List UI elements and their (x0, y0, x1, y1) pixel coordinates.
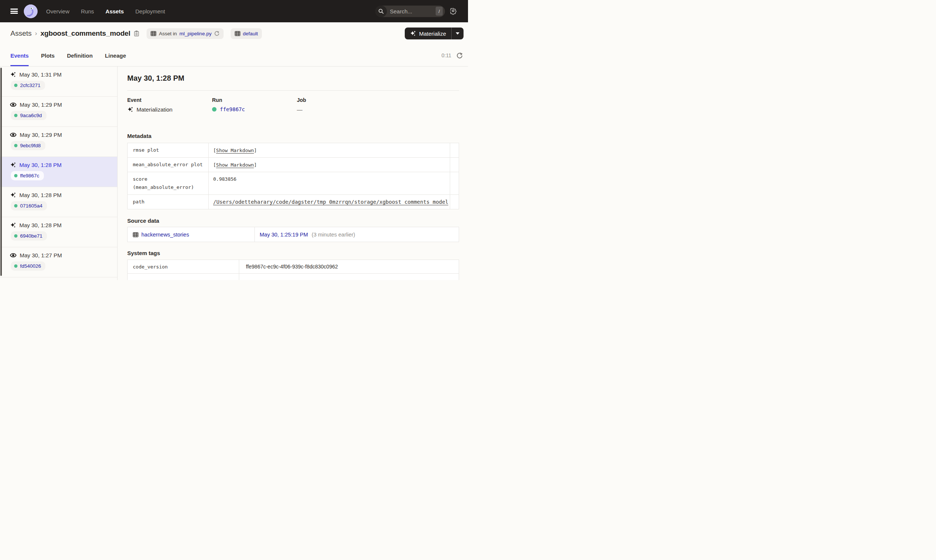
asset-location-chip: Asset in ml_pipeline.py (146, 28, 223, 39)
materialize-split-button: Materialize (405, 28, 463, 39)
observation-eye-icon (10, 132, 16, 138)
job-column-label: Job (297, 97, 459, 103)
event-detail-panel: May 30, 1:28 PM Event Materialization Ru… (117, 66, 468, 280)
event-date: May 30, 1:28 PM (19, 222, 62, 228)
run-badge: 6940be71 (11, 231, 47, 241)
chevron-down-icon (456, 32, 459, 35)
source-timestamp-link[interactable]: May 30, 1:25:19 PM (260, 232, 308, 238)
source-data-table: hackernews_stories May 30, 1:25:19 PM (3… (127, 227, 459, 242)
event-list-sidebar: May 30, 1:31 PM 2cfc3271 May 30, 1:29 PM… (0, 66, 117, 280)
source-timestamp-note: (3 minutes earlier) (312, 232, 355, 238)
metadata-table: rmse plot [Show Markdown] mean_absolute_… (127, 143, 459, 209)
search-icon (376, 6, 387, 17)
event-date: May 30, 1:29 PM (20, 132, 62, 138)
top-nav-bar: Overview Runs Assets Deployment Search..… (0, 0, 468, 22)
run-status-dot (14, 144, 17, 147)
run-id-link[interactable]: 9ebc9fd8 (20, 143, 41, 148)
sidebar-scrollbar[interactable] (0, 68, 2, 276)
observation-eye-icon (10, 102, 16, 108)
event-date: May 30, 1:27 PM (20, 252, 62, 258)
run-id-link[interactable]: 071605a4 (20, 203, 42, 209)
reload-code-location-icon[interactable] (214, 31, 220, 36)
dagster-logo[interactable] (24, 5, 38, 18)
table-icon (151, 31, 156, 36)
tab-lineage[interactable]: Lineage (105, 45, 126, 66)
table-row (128, 274, 459, 280)
tab-definition[interactable]: Definition (67, 45, 92, 66)
asset-header: Assets › xgboost_comments_model Asset in… (0, 22, 468, 45)
run-status-dot (14, 84, 17, 87)
tab-events[interactable]: Events (11, 45, 29, 66)
metadata-heading: Metadata (127, 133, 459, 139)
search-input[interactable]: Search... / (376, 6, 445, 17)
materialization-icon (127, 107, 133, 112)
table-row: rmse plot [Show Markdown] (128, 143, 459, 158)
run-id-link[interactable]: 6940be71 (20, 233, 42, 239)
run-id-link[interactable]: 9aca6c9d (20, 113, 42, 118)
event-detail-title: May 30, 1:28 PM (127, 74, 459, 83)
run-column-label: Run (212, 97, 297, 103)
run-badge: 2cfc3271 (11, 81, 45, 90)
metadata-key: mean_absolute_error plot (128, 158, 209, 172)
event-list-item-selected[interactable]: May 30, 1:28 PM ffe9867c (0, 157, 117, 187)
table-row: path /Users/odetteharary/code/dagster/tm… (128, 195, 459, 209)
asset-group-icon (235, 31, 240, 36)
metadata-key: rmse plot (128, 143, 209, 158)
event-list-item[interactable]: May 30, 1:28 PM 071605a4 (0, 187, 117, 217)
materialize-sparkle-icon (410, 31, 416, 37)
page-title: xgboost_comments_model (40, 29, 131, 38)
system-tags-table: code_version ffe9867c-ec9c-4f06-939c-f8d… (127, 260, 459, 280)
materialize-button[interactable]: Materialize (405, 28, 451, 39)
pipeline-file-link[interactable]: ml_pipeline.py (179, 31, 211, 37)
table-row: hackernews_stories May 30, 1:25:19 PM (3… (128, 227, 459, 242)
main-nav: Overview Runs Assets Deployment (46, 8, 165, 14)
run-id-link[interactable]: ffe9867c (220, 106, 245, 112)
event-list-item[interactable]: May 30, 1:29 PM 9aca6c9d (0, 97, 117, 127)
asset-group-link[interactable]: default (243, 31, 258, 37)
metadata-value: 0.983856 (209, 172, 450, 195)
table-icon (133, 232, 139, 237)
search-placeholder: Search... (390, 8, 436, 14)
observation-eye-icon (10, 252, 16, 258)
run-status-dot (14, 174, 17, 177)
show-markdown-link[interactable]: Show Markdown (216, 148, 254, 153)
run-id-link[interactable]: 2cfc3271 (20, 83, 40, 88)
source-data-heading: Source data (127, 217, 459, 224)
settings-gear-icon[interactable] (450, 8, 457, 15)
materialization-icon (10, 72, 16, 77)
breadcrumb-assets-link[interactable]: Assets (11, 29, 32, 38)
event-list-item[interactable]: May 30, 1:27 PM fd540026 (0, 247, 117, 277)
event-date: May 30, 1:29 PM (20, 102, 62, 108)
source-asset-link[interactable]: hackernews_stories (142, 232, 189, 238)
materialize-dropdown-button[interactable] (452, 28, 463, 39)
system-tags-heading: System tags (127, 250, 459, 256)
breadcrumb-separator: › (35, 30, 37, 37)
run-badge: 9aca6c9d (11, 111, 46, 120)
event-list-item[interactable]: May 30, 1:28 PM 6940be71 (0, 217, 117, 247)
table-row: mean_absolute_error plot [Show Markdown] (128, 158, 459, 172)
search-shortcut-badge: / (436, 7, 443, 15)
refresh-icon[interactable] (456, 52, 463, 59)
run-status-dot (14, 265, 17, 268)
materialize-label: Materialize (419, 31, 446, 37)
metadata-key: score (mean_absolute_error) (128, 172, 209, 195)
copy-asset-name-icon[interactable] (134, 31, 140, 37)
nav-runs[interactable]: Runs (81, 8, 94, 14)
run-id-link[interactable]: ffe9867c (20, 173, 39, 178)
run-id-link[interactable]: fd540026 (20, 263, 41, 269)
job-empty-value: — (297, 106, 302, 113)
nav-deployment[interactable]: Deployment (135, 8, 165, 14)
path-link[interactable]: /Users/odetteharary/code/dagster/tmp_0mz… (213, 199, 448, 205)
system-tag-value: ffe9867c-ec9c-4f06-939c-f8dc830c0962 (239, 260, 459, 274)
asset-tabs: Events Plots Definition Lineage 0:11 (0, 45, 468, 66)
tab-plots[interactable]: Plots (41, 45, 55, 66)
nav-assets[interactable]: Assets (106, 8, 124, 14)
nav-overview[interactable]: Overview (46, 8, 69, 14)
table-row: code_version ffe9867c-ec9c-4f06-939c-f8d… (128, 260, 459, 274)
show-markdown-link[interactable]: Show Markdown (216, 162, 254, 168)
refresh-countdown: 0:11 (442, 52, 451, 58)
event-list-item[interactable]: May 30, 1:31 PM 2cfc3271 (0, 66, 117, 97)
event-list-item[interactable]: May 30, 1:29 PM 9ebc9fd8 (0, 127, 117, 157)
run-badge: ffe9867c (11, 171, 44, 180)
hamburger-menu-icon[interactable] (11, 9, 18, 14)
